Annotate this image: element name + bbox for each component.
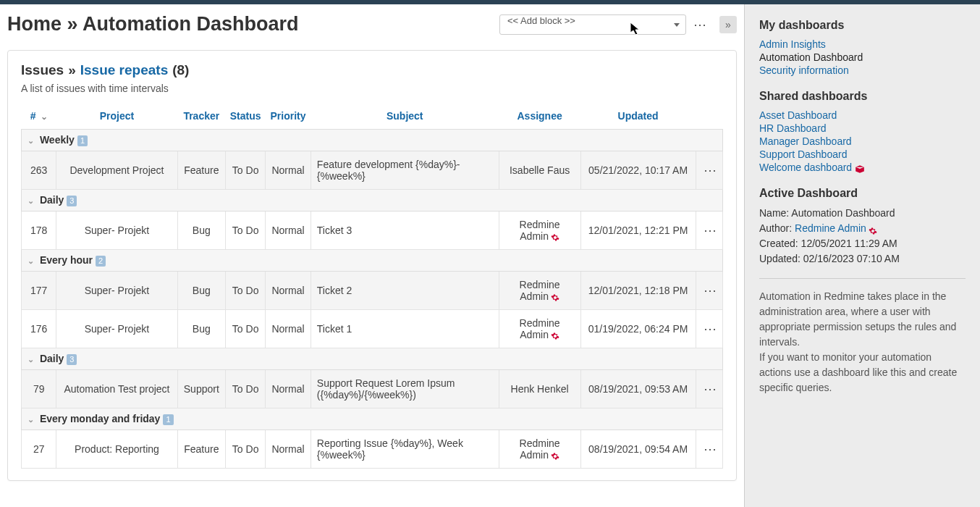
cell-assignee: Redmine Admin — [499, 430, 580, 469]
row-actions[interactable]: ⋯ — [696, 370, 722, 408]
table-row[interactable]: 27Product: ReportingFeatureTo DoNormalRe… — [22, 430, 723, 469]
chevron-down-icon: ⌄ — [28, 256, 34, 265]
cell-updated: 08/19/2021, 09:54 AM — [580, 430, 696, 469]
issue-count: (8) — [172, 62, 189, 78]
cell-status: To Do — [226, 272, 266, 310]
chevron-down-icon: ⌄ — [28, 196, 34, 205]
col-project[interactable]: Project — [56, 103, 177, 130]
ellipsis-icon[interactable]: ⋯ — [704, 382, 717, 396]
cell-priority: Normal — [266, 370, 311, 408]
issue-repeats-link[interactable]: Issue repeats — [80, 62, 168, 78]
group-count-badge: 1 — [163, 414, 173, 425]
table-row[interactable]: 176Super- ProjektBugTo DoNormalTicket 1R… — [22, 310, 723, 348]
group-label: Weekly — [40, 134, 75, 146]
col-tracker[interactable]: Tracker — [177, 103, 226, 130]
col-priority[interactable]: Priority — [266, 103, 311, 130]
cell-tracker: Support — [177, 370, 226, 408]
sidebar-item[interactable]: Asset Dashboard — [759, 109, 966, 122]
ellipsis-icon[interactable]: ⋯ — [704, 283, 717, 298]
sidebar-item[interactable]: Support Dashboard — [759, 148, 966, 161]
cell-updated: 05/21/2022, 10:17 AM — [580, 151, 696, 190]
table-row[interactable]: 178Super- ProjektBugTo DoNormalTicket 3R… — [22, 211, 723, 250]
dashboard-link[interactable]: Support Dashboard — [759, 148, 847, 160]
cell-project: Super- Projekt — [56, 310, 177, 348]
sidebar-item[interactable]: Admin Insights — [759, 38, 966, 51]
group-count-badge: 2 — [96, 256, 106, 267]
col-subject[interactable]: Subject — [311, 103, 499, 130]
table-row[interactable]: 263Development ProjectFeatureTo DoNormal… — [22, 151, 723, 190]
divider — [759, 278, 966, 279]
sidebar-item[interactable]: Automation Dashboard — [759, 51, 966, 64]
group-label: Daily — [40, 353, 64, 364]
cell-tracker: Feature — [177, 430, 226, 469]
ellipsis-icon[interactable]: ⋯ — [704, 223, 717, 238]
ellipsis-icon[interactable]: ⋯ — [704, 322, 717, 336]
dashboard-link[interactable]: Security information — [759, 64, 849, 76]
chevron-down-icon: ⌄ — [28, 415, 34, 424]
col-id[interactable]: # ⌄ — [22, 103, 56, 130]
gear-icon — [551, 293, 559, 301]
panel-subtitle: A list of issues with time intervals — [21, 83, 723, 94]
home-link[interactable]: Home — [7, 13, 62, 35]
cell-status: To Do — [226, 151, 266, 190]
cell-assignee: Henk Henkel — [499, 370, 580, 408]
row-actions[interactable]: ⋯ — [696, 430, 722, 469]
row-actions[interactable]: ⋯ — [696, 211, 722, 250]
gear-icon — [551, 331, 559, 340]
dashboard-link[interactable]: Manager Dashboard — [759, 135, 852, 147]
cell-updated: 01/19/2022, 06:24 PM — [580, 310, 696, 348]
group-row[interactable]: ⌄ Every monday and friday1 — [22, 408, 723, 430]
cell-subject: Support Request Lorem Ipsum ({%day%}/{%w… — [311, 370, 499, 408]
chevron-down-icon: ⌄ — [41, 112, 48, 122]
cell-subject: Ticket 2 — [311, 272, 499, 310]
author-link[interactable]: Redmine Admin — [795, 222, 866, 234]
dashboard-link[interactable]: Admin Insights — [759, 38, 826, 50]
table-row[interactable]: 177Super- ProjektBugTo DoNormalTicket 2R… — [22, 272, 723, 310]
sidebar: My dashboards Admin InsightsAutomation D… — [744, 4, 980, 507]
group-row[interactable]: ⌄ Daily3 — [22, 348, 723, 370]
dashboard-link[interactable]: HR Dashboard — [759, 122, 827, 134]
dashboard-description: Automation in Redmine takes place in the… — [759, 289, 966, 395]
cell-priority: Normal — [266, 310, 311, 348]
row-actions[interactable]: ⋯ — [696, 310, 722, 348]
add-block-select[interactable]: << Add block >> — [499, 14, 686, 35]
sidebar-item[interactable]: Welcome dashboard — [759, 161, 966, 174]
collapse-sidebar-button[interactable]: » — [719, 16, 737, 33]
group-label: Every hour — [40, 254, 93, 266]
col-assignee[interactable]: Assignee — [499, 103, 580, 130]
dashboard-link[interactable]: Welcome dashboard — [759, 162, 852, 173]
cell-priority: Normal — [266, 430, 311, 469]
cell-updated: 12/01/2021, 12:18 PM — [580, 272, 696, 310]
group-row[interactable]: ⌄ Daily3 — [22, 190, 723, 211]
sidebar-item[interactable]: Security information — [759, 64, 966, 77]
main-content: Home » Automation Dashboard << Add block… — [0, 4, 744, 507]
cell-updated: 08/19/2021, 09:53 AM — [580, 370, 696, 408]
sidebar-item[interactable]: Manager Dashboard — [759, 135, 966, 148]
cell-subject: Feature development {%day%}-{%week%} — [311, 151, 499, 190]
shared-dashboards-heading: Shared dashboards — [759, 90, 966, 103]
cell-assignee: Redmine Admin — [499, 211, 580, 250]
col-updated[interactable]: Updated — [580, 103, 696, 130]
row-actions[interactable]: ⋯ — [696, 272, 722, 310]
table-row[interactable]: 79Automation Test projectSupportTo DoNor… — [22, 370, 723, 408]
row-actions[interactable]: ⋯ — [696, 151, 722, 190]
sidebar-item[interactable]: HR Dashboard — [759, 122, 966, 135]
cell-id: 178 — [22, 211, 56, 250]
group-row[interactable]: ⌄ Weekly1 — [22, 130, 723, 151]
col-status[interactable]: Status — [226, 103, 266, 130]
my-dashboards-heading: My dashboards — [759, 19, 966, 32]
cell-id: 177 — [22, 272, 56, 310]
header-actions-menu[interactable]: ⋯ — [693, 18, 706, 31]
cell-subject: Reporting Issue {%day%}, Week {%week%} — [311, 430, 499, 469]
chevron-down-icon: ⌄ — [28, 136, 34, 145]
ellipsis-icon[interactable]: ⋯ — [704, 442, 717, 456]
group-label: Daily — [40, 194, 64, 206]
cell-tracker: Bug — [177, 211, 226, 250]
dashboard-link[interactable]: Asset Dashboard — [759, 109, 837, 121]
chevron-down-icon: ⌄ — [28, 355, 34, 364]
ellipsis-icon[interactable]: ⋯ — [704, 163, 717, 177]
issues-label: Issues — [21, 62, 64, 78]
breadcrumb-sep: » — [67, 13, 78, 35]
group-row[interactable]: ⌄ Every hour2 — [22, 250, 723, 272]
col-actions — [696, 103, 722, 130]
